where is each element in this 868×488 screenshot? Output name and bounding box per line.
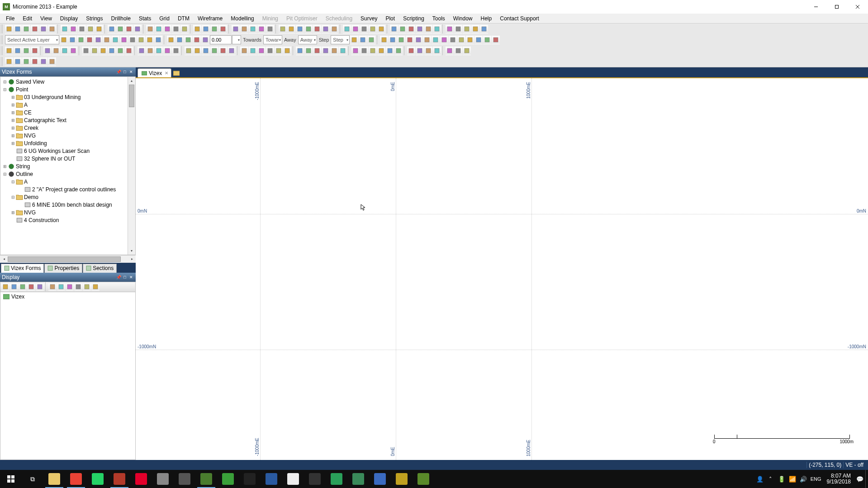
tb3-btn-46[interactable] (433, 46, 441, 55)
tray-clock[interactable]: 8:07 AM 9/19/2018 (823, 473, 854, 485)
tb1-btn-29[interactable] (279, 24, 287, 33)
tb1-btn-38[interactable] (360, 24, 368, 33)
tb2a-btn-4[interactable] (94, 35, 102, 44)
disp-tb-btn-2[interactable] (19, 283, 27, 291)
tb1-btn-37[interactable] (351, 24, 360, 33)
tb3-btn-0[interactable] (5, 46, 13, 55)
tb3-btn-24[interactable] (228, 46, 236, 55)
panel-close-icon[interactable]: ✕ (128, 275, 134, 280)
collapse-icon[interactable]: ⊟ (10, 179, 16, 185)
menu-contact-support[interactable]: Contact Support (496, 14, 543, 23)
tree-row[interactable]: ⊞NVG (0, 208, 135, 216)
tb2a-btn-3[interactable] (85, 35, 94, 44)
menu-tools[interactable]: Tools (428, 14, 449, 23)
collapse-icon[interactable]: ⊟ (2, 171, 8, 177)
menu-edit[interactable]: Edit (19, 14, 36, 23)
tab-close-icon[interactable]: ✕ (164, 71, 169, 76)
tb3-btn-27[interactable] (257, 46, 266, 55)
menu-dtm[interactable]: DTM (174, 14, 194, 23)
panel-max-icon[interactable]: □ (122, 275, 128, 280)
viewport[interactable]: -1000mE-1000mE0mE0mE1000mE1000mE0mN0mN-1… (136, 77, 868, 460)
tb4-btn-3[interactable] (31, 57, 39, 66)
menu-strings[interactable]: Strings (82, 14, 107, 23)
tb2c-btn-2[interactable] (367, 35, 375, 44)
tb1-btn-23[interactable] (219, 24, 227, 33)
tb3-btn-22[interactable] (210, 46, 218, 55)
tb1-btn-50[interactable] (471, 24, 479, 33)
disp-tb-btn-3[interactable] (27, 283, 35, 291)
tb3-btn-36[interactable] (339, 46, 347, 55)
tb2d-btn-5[interactable] (423, 35, 431, 44)
tray-lang[interactable]: ENG (809, 470, 823, 488)
tb3-btn-28[interactable] (266, 46, 274, 55)
tb3-btn-19[interactable] (185, 46, 193, 55)
tb1-btn-30[interactable] (287, 24, 295, 33)
tree-row[interactable]: 2 "A" Project grade control outlines (0, 185, 135, 193)
panel-pin-icon[interactable]: 📌 (116, 275, 121, 280)
tb2a-btn-0[interactable] (60, 35, 68, 44)
menu-display[interactable]: Display (56, 14, 82, 23)
disp-tb-btn-6[interactable] (57, 283, 65, 291)
taskbar-mail1[interactable] (152, 470, 174, 488)
tb1-btn-28[interactable] (266, 24, 274, 33)
tray-wifi-icon[interactable]: 📶 (787, 470, 798, 488)
tb1-btn-12[interactable] (116, 24, 124, 33)
tb2b-btn-4[interactable] (201, 35, 209, 44)
tb4-btn-4[interactable] (39, 57, 47, 66)
collapse-icon[interactable]: ⊟ (2, 87, 8, 92)
tb1-btn-42[interactable] (398, 24, 407, 33)
tb4-btn-0[interactable] (5, 57, 13, 66)
taskbar-notes[interactable] (282, 470, 304, 488)
show-desktop-button[interactable] (865, 470, 868, 488)
toolbar-handle[interactable] (1, 24, 4, 33)
tb1-btn-22[interactable] (210, 24, 218, 33)
taskbar-obs[interactable] (239, 470, 261, 488)
taskview-button[interactable]: ⧉ (22, 470, 43, 488)
tree-row[interactable]: ⊟Demo (0, 193, 135, 201)
tb1-btn-18[interactable] (172, 24, 180, 33)
tb2d-btn-11[interactable] (474, 35, 483, 44)
tb1-btn-15[interactable] (146, 24, 154, 33)
tb3-btn-41[interactable] (386, 46, 394, 55)
disp-tb-btn-1[interactable] (10, 283, 18, 291)
panel-tab-properties[interactable]: Properties (44, 264, 82, 273)
tb1-btn-1[interactable] (14, 24, 22, 33)
tree-scrollbar-v[interactable]: ▴ ▾ (128, 77, 135, 255)
tb3-btn-35[interactable] (330, 46, 338, 55)
taskbar-file-explorer[interactable] (43, 470, 65, 488)
tb3-btn-39[interactable] (369, 46, 377, 55)
tb2d-btn-6[interactable] (432, 35, 440, 44)
tree-row[interactable]: ⊟A (0, 178, 135, 185)
tb1-btn-43[interactable] (407, 24, 415, 33)
step-combo[interactable]: Step (331, 35, 350, 44)
taskbar-mail2[interactable] (174, 470, 195, 488)
tb2d-btn-9[interactable] (457, 35, 465, 44)
tb3-btn-37[interactable] (351, 46, 360, 55)
panel-tab-vizex-forms[interactable]: Vizex Forms (1, 264, 44, 273)
tree-row[interactable]: ⊟Saved View (0, 78, 135, 85)
tb1-btn-10[interactable] (95, 24, 103, 33)
tb3-btn-43[interactable] (407, 46, 415, 55)
tb2a-btn-11[interactable] (154, 35, 162, 44)
tb3-btn-10[interactable] (99, 46, 107, 55)
tb3-btn-38[interactable] (360, 46, 368, 55)
tb3-btn-12[interactable] (116, 46, 124, 55)
toolbar-handle[interactable] (1, 46, 4, 55)
taskbar-qgis[interactable] (413, 470, 434, 488)
tb2a-btn-6[interactable] (111, 35, 119, 44)
tb3-btn-34[interactable] (322, 46, 330, 55)
tb1-btn-2[interactable] (22, 24, 30, 33)
tree-row[interactable]: 6 UG Workings Laser Scan (0, 147, 135, 155)
tb1-btn-34[interactable] (322, 24, 330, 33)
tb2d-btn-13[interactable] (492, 35, 500, 44)
taskbar-chrome[interactable] (65, 470, 87, 488)
tb1-btn-21[interactable] (202, 24, 210, 33)
tb1-btn-13[interactable] (125, 24, 133, 33)
tb3-btn-13[interactable] (125, 46, 133, 55)
toolbar-handle[interactable] (1, 35, 4, 44)
numeric-input[interactable] (210, 35, 232, 44)
disp-tb-btn-9[interactable] (83, 283, 91, 291)
minimize-button[interactable] (806, 0, 826, 14)
tb1-btn-49[interactable] (463, 24, 471, 33)
tb1-btn-16[interactable] (155, 24, 163, 33)
